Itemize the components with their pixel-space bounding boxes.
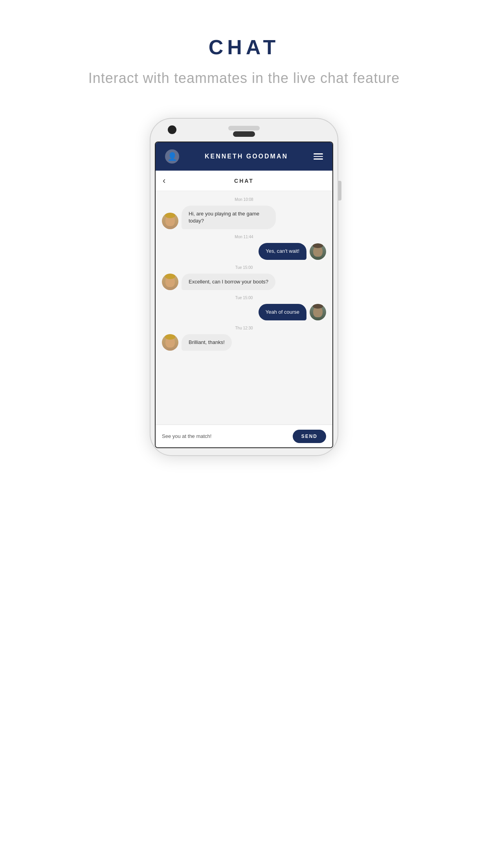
- app-screen: 👤 KENNETH GOODMAN ‹ CHAT Mon 10:08 Hi, a…: [155, 142, 333, 448]
- send-button[interactable]: SEND: [293, 430, 326, 443]
- message-row: Hi, are you playing at the game today?: [162, 206, 326, 229]
- avatar-blond-1: [162, 213, 178, 229]
- message-bubble: Hi, are you playing at the game today?: [182, 206, 276, 229]
- avatar-blond-2: [162, 274, 178, 290]
- app-header: 👤 KENNETH GOODMAN: [156, 142, 332, 171]
- timestamp-3: Tue 15:00: [162, 265, 326, 270]
- avatar-dark-1: [310, 243, 326, 260]
- message-row: Yes, can't wait!: [162, 243, 326, 259]
- message-bubble: Excellent, can I borrow your boots?: [182, 274, 275, 290]
- message-row: Yeah of course: [162, 304, 326, 320]
- avatar-dark-2: [310, 304, 326, 320]
- message-bubble: Yes, can't wait!: [259, 243, 306, 259]
- input-area: SEND: [156, 425, 332, 447]
- timestamp-5: Thu 12:30: [162, 326, 326, 330]
- message-row: Brilliant, thanks!: [162, 334, 326, 351]
- messages-area: Mon 10:08 Hi, are you playing at the gam…: [156, 191, 332, 425]
- page-header: CHAT Interact with teammates in the live…: [88, 35, 400, 86]
- page-title: CHAT: [88, 35, 400, 59]
- avatar[interactable]: 👤: [165, 149, 179, 164]
- message-bubble: Yeah of course: [259, 304, 306, 320]
- timestamp-1: Mon 10:08: [162, 197, 326, 202]
- phone-speaker: [228, 126, 260, 131]
- header-username: KENNETH GOODMAN: [205, 153, 288, 160]
- phone-camera: [168, 125, 176, 134]
- menu-line-1: [314, 153, 323, 154]
- chat-title: CHAT: [234, 178, 254, 184]
- message-bubble: Brilliant, thanks!: [182, 334, 232, 351]
- timestamp-4: Tue 15:00: [162, 296, 326, 300]
- timestamp-2: Mon 11:44: [162, 235, 326, 239]
- page-subtitle: Interact with teammates in the live chat…: [88, 70, 400, 86]
- user-icon: 👤: [167, 152, 177, 161]
- menu-button[interactable]: [314, 153, 323, 160]
- chat-input[interactable]: [162, 433, 289, 439]
- avatar-blond-3: [162, 334, 178, 351]
- menu-line-2: [314, 156, 323, 157]
- phone-side-button: [338, 181, 341, 200]
- menu-line-3: [314, 158, 323, 160]
- back-button[interactable]: ‹: [163, 176, 165, 186]
- chat-subheader: ‹ CHAT: [156, 171, 332, 191]
- phone-top: [150, 118, 338, 142]
- message-row: Excellent, can I borrow your boots?: [162, 274, 326, 290]
- phone-earpiece: [233, 131, 255, 137]
- phone-frame: 👤 KENNETH GOODMAN ‹ CHAT Mon 10:08 Hi, a…: [150, 118, 338, 456]
